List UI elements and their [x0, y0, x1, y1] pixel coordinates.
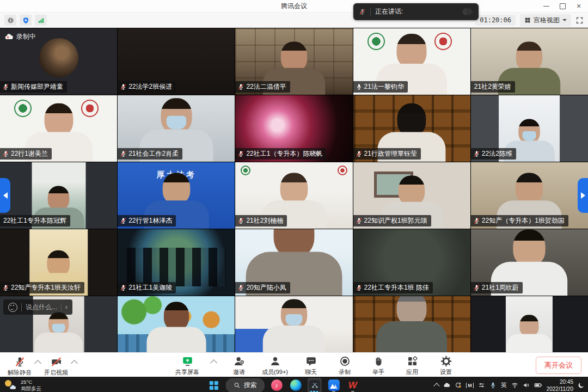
video-tile[interactable]: 22法2陈维 [471, 95, 588, 162]
taskbar-clock[interactable]: 20:45 2022/11/20 [547, 378, 573, 392]
wifi-icon[interactable] [511, 382, 518, 389]
chat-button[interactable]: 聊天 [300, 353, 322, 376]
weather-icon [4, 380, 17, 391]
share-screen-button[interactable]: 共享屏幕 [175, 353, 199, 376]
participant-name: 21社会工作2肖柔 [128, 149, 179, 158]
video-tile[interactable]: 22社工1专升本陈冠辉 [0, 162, 117, 229]
participant-name: 新闻传媒部尹靖童 [11, 82, 63, 91]
participant-name: 22社工1（专升本）陈晓帆 [246, 149, 322, 158]
meeting-info-icon[interactable] [4, 15, 16, 26]
grid-view-button[interactable]: 宫格视图 [520, 14, 571, 27]
network-signal-icon[interactable] [35, 15, 47, 26]
apps-icon [407, 356, 418, 367]
video-tile[interactable] [118, 296, 235, 352]
night-mode-moon-icon[interactable] [578, 382, 585, 389]
meeting-actions: 共享屏幕 邀请 成员(99+) 聊天 录制 举手 [175, 353, 457, 377]
video-tile[interactable] [235, 296, 352, 352]
video-tile[interactable] [471, 296, 588, 352]
audio-options-chevron[interactable] [34, 360, 41, 367]
participant-name: 22社工1专升本陈冠辉 [3, 216, 66, 225]
video-tile[interactable]: 22社工1（专升本）陈晓帆 [235, 95, 352, 162]
leave-meeting-button[interactable]: 离开会议 [536, 357, 581, 374]
raise-hand-icon [373, 356, 384, 367]
collapse-chat-icon[interactable]: ‹ [65, 303, 68, 311]
apps-button[interactable]: 应用 [401, 353, 423, 376]
previous-page-button[interactable] [0, 178, 10, 213]
fullscreen-button[interactable] [575, 16, 584, 24]
ime-language-indicator[interactable]: 英 [501, 381, 507, 389]
video-tile[interactable]: 22法学2班侯进 [118, 28, 235, 95]
mic-muted-icon [120, 284, 127, 291]
meeting-app-button[interactable] [327, 378, 341, 392]
video-tile[interactable]: 22社工专升本1班 陈佳 [353, 229, 470, 296]
meeting-logo-watermark-icon [463, 9, 472, 15]
tray-mic-icon[interactable] [489, 382, 497, 389]
mic-muted-icon [237, 150, 244, 157]
video-tile[interactable]: 21社会工作2肖柔 [118, 95, 235, 162]
participant-name: 22社工专升本1班 陈佳 [364, 283, 429, 292]
video-tile[interactable]: 说点什么... ‹ [0, 296, 117, 352]
record-button[interactable]: 录制 [334, 353, 356, 376]
start-video-label: 开启视频 [44, 369, 68, 377]
maximize-button[interactable] [554, 0, 571, 12]
video-tile[interactable]: 22知产专升本1班关汝轩 [0, 229, 117, 296]
members-button[interactable]: 成员(99+) [262, 353, 288, 376]
video-tile[interactable]: 21行政管理覃钰莹 [353, 95, 470, 162]
audio-video-controls: 解除静音 开启视频 [8, 353, 77, 377]
view-mode-label: 宫格视图 [534, 16, 560, 25]
participant-name: 21社1周欣蔚 [482, 283, 519, 292]
wps-app-button[interactable]: W [346, 378, 360, 392]
participant-name-tag: 22行管1林泽杰 [118, 215, 176, 226]
volume-icon[interactable] [523, 382, 530, 389]
video-tile[interactable]: 厚大法考 22行管1林泽杰 [118, 162, 235, 229]
mic-muted-icon [473, 150, 480, 157]
share-options-chevron[interactable] [210, 359, 217, 366]
chat-placeholder[interactable]: 说点什么... [26, 303, 57, 312]
invite-button[interactable]: 邀请 [228, 353, 250, 376]
music-app-button[interactable]: ♪ [270, 378, 284, 392]
smiley-icon[interactable] [8, 303, 17, 312]
video-options-chevron[interactable] [71, 360, 78, 367]
settings-button[interactable]: 设置 [435, 353, 457, 376]
snip-tool-button[interactable] [308, 378, 322, 392]
mic-muted-icon [237, 83, 244, 90]
video-tile[interactable]: 22行1谢美兰 [0, 95, 117, 162]
taskbar-weather-widget[interactable]: 25°C 局部多云 [4, 379, 41, 392]
video-tile[interactable]: 21社工1吴迦陵 [118, 229, 235, 296]
edge-browser-button[interactable] [289, 378, 303, 392]
sliders-icon[interactable] [478, 382, 485, 389]
minimize-button[interactable] [538, 0, 554, 12]
start-video-button[interactable]: 开启视频 [44, 353, 68, 377]
video-tile[interactable]: 21社2黄荣婧 [471, 28, 588, 95]
mic-muted-icon [473, 217, 480, 224]
sync-icon[interactable] [455, 382, 462, 389]
divider [21, 303, 22, 311]
video-tile[interactable]: 21法一黎钧华 [353, 28, 470, 95]
tray-expand-chevron-icon[interactable] [434, 383, 440, 389]
start-button[interactable] [207, 378, 221, 392]
security-shield-icon[interactable] [20, 15, 32, 26]
video-tile[interactable]: 录制中 新闻传媒部尹靖童 [0, 28, 117, 95]
video-tile[interactable]: 21社2刘楠楠 [235, 162, 352, 229]
video-tile[interactable]: 22法二温倩平 [235, 28, 352, 95]
tray-app-icon[interactable]: M [466, 383, 474, 388]
battery-icon[interactable] [534, 381, 542, 389]
quick-chat-bar[interactable]: 说点什么... ‹ [3, 299, 72, 315]
participant-video [258, 299, 330, 352]
camera-off-icon [51, 356, 62, 367]
participant-name: 21社2刘楠楠 [246, 216, 283, 225]
meeting-app-icon [328, 379, 339, 391]
video-tile[interactable]: 21社1周欣蔚 [471, 229, 588, 296]
video-tile[interactable]: 20知产陆小凤 [235, 229, 352, 296]
next-page-button[interactable] [578, 178, 588, 213]
raise-hand-button[interactable]: 举手 [367, 353, 389, 376]
taskbar-search[interactable]: 搜索 [226, 378, 265, 392]
close-button[interactable]: × [571, 0, 587, 12]
onedrive-cloud-icon[interactable] [443, 382, 450, 389]
video-tile[interactable]: 22知产（专升本）1班贺劲国 [471, 162, 588, 229]
video-tile[interactable]: 22知识产权1班郭元颉 [353, 162, 470, 229]
video-tile[interactable] [353, 296, 470, 352]
participant-name: 21社工1吴迦陵 [128, 283, 172, 292]
speaking-label: 正在讲话: [375, 7, 458, 16]
unmute-button[interactable]: 解除静音 [8, 353, 32, 377]
